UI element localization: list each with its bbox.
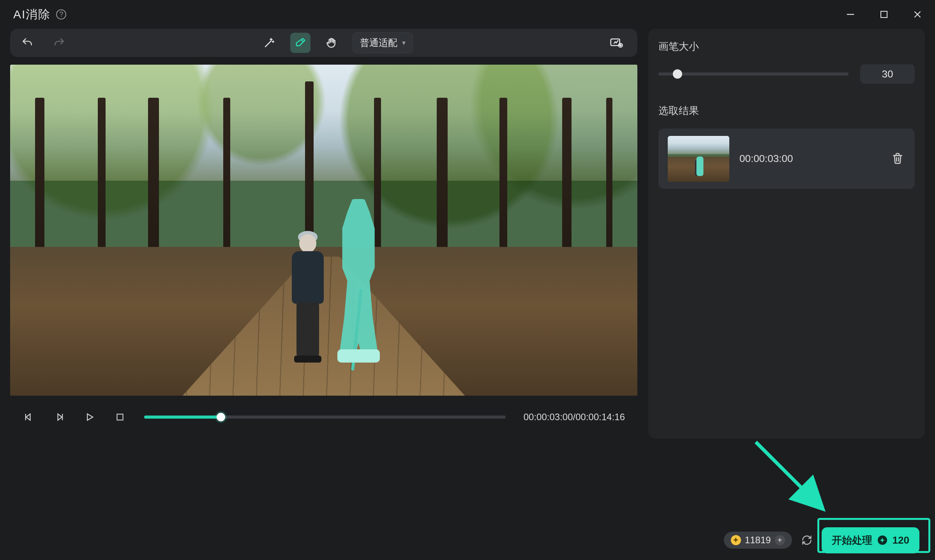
seek-slider[interactable]: [144, 416, 506, 419]
start-button-cost: 120: [893, 534, 909, 546]
window-maximize-button[interactable]: [877, 8, 891, 21]
results-label: 选取结果: [658, 104, 915, 118]
prev-frame-button[interactable]: [23, 411, 35, 423]
credits-pill[interactable]: ✦ 11819 +: [724, 532, 792, 549]
person-background: [289, 234, 326, 363]
fit-mode-label: 普通适配: [360, 37, 397, 49]
editor-toolbar: 普通适配 ▾: [10, 29, 637, 57]
fit-mode-dropdown[interactable]: 普通适配 ▾: [353, 32, 413, 53]
footer-bar: ✦ 11819 + 开始处理 ✦ 120: [10, 527, 925, 554]
eraser-tool[interactable]: [290, 33, 310, 53]
undo-button[interactable]: [21, 37, 34, 49]
window-title: AI消除: [13, 7, 51, 23]
svg-rect-1: [881, 11, 887, 18]
stop-button[interactable]: [114, 411, 126, 423]
start-process-button[interactable]: 开始处理 ✦ 120: [822, 527, 919, 553]
redo-button[interactable]: [53, 37, 65, 49]
side-panel: 画笔大小 30 选取结果 00:00:03:00: [648, 29, 925, 438]
timecode-display: 00:00:03:00/00:00:14:16: [524, 412, 625, 423]
selection-result-item[interactable]: 00:00:03:00: [658, 129, 915, 189]
selection-mask-person: [333, 199, 384, 363]
svg-marker-6: [26, 414, 30, 420]
delete-result-button[interactable]: [891, 152, 905, 166]
result-thumbnail: [668, 136, 729, 182]
start-button-label: 开始处理: [832, 534, 872, 547]
help-icon[interactable]: ?: [56, 9, 66, 19]
window-close-button[interactable]: [911, 8, 924, 21]
next-frame-button[interactable]: [53, 411, 65, 423]
credits-value: 11819: [745, 535, 771, 546]
add-credits-icon[interactable]: +: [775, 535, 785, 545]
brush-size-label: 画笔大小: [658, 40, 915, 53]
video-canvas[interactable]: [10, 65, 637, 396]
window-minimize-button[interactable]: [844, 8, 857, 21]
brush-size-value[interactable]: 30: [860, 64, 915, 84]
pan-tool[interactable]: [321, 33, 342, 53]
brush-size-slider[interactable]: [658, 72, 849, 76]
titlebar: AI消除 ?: [0, 0, 935, 29]
svg-marker-8: [58, 414, 62, 420]
svg-rect-11: [117, 414, 123, 420]
playback-bar: 00:00:03:00/00:00:14:16: [10, 396, 637, 438]
coin-small-icon: ✦: [878, 535, 887, 545]
play-button[interactable]: [83, 411, 96, 423]
coin-icon: ✦: [731, 535, 741, 545]
editor-panel: 普通适配 ▾: [10, 29, 637, 438]
magic-select-tool[interactable]: [259, 33, 279, 53]
svg-line-14: [756, 442, 818, 504]
refresh-button[interactable]: [801, 535, 812, 546]
chevron-down-icon: ▾: [402, 39, 406, 47]
result-timecode: 00:00:03:00: [739, 153, 881, 165]
annotation-arrow-icon: [752, 438, 830, 516]
compare-toggle[interactable]: [606, 33, 626, 53]
svg-marker-10: [87, 414, 93, 420]
